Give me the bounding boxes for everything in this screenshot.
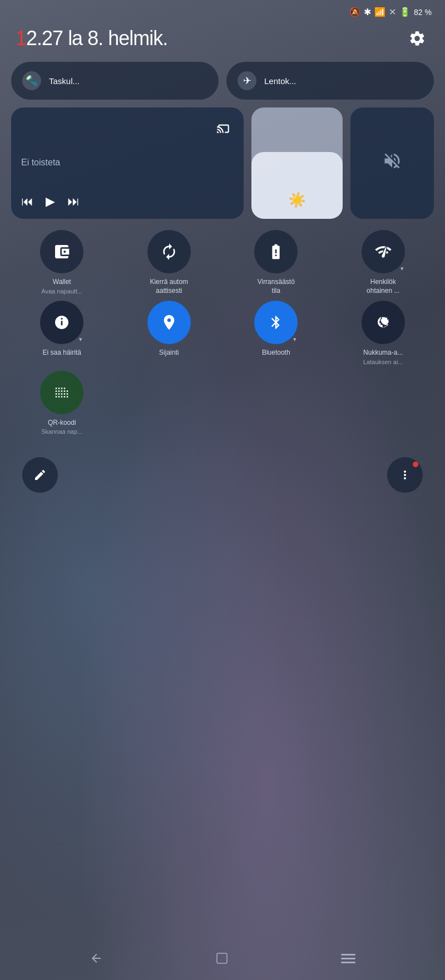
sleep-sublabel: Latauksen ai...	[363, 359, 403, 365]
qrcode-label: QR-koodi	[48, 419, 76, 428]
media-card[interactable]: Ei toisteta ⏮ ▶ ⏭	[11, 107, 244, 219]
airplane-tile[interactable]: ✈ Lentok...	[226, 62, 434, 100]
status-bar: 🔕 ✱ 📶 ✕ 🔋 82 %	[0, 0, 445, 22]
personal-circle: ▾	[362, 230, 405, 273]
brightness-icon: ☀️	[288, 192, 306, 209]
nav-bar	[0, 940, 445, 980]
volume-mute-icon	[382, 151, 402, 175]
location-tile[interactable]: Sijainti	[118, 301, 220, 365]
location-circle	[147, 301, 191, 344]
wallet-tile[interactable]: Wallet Avaa napautt...	[11, 230, 113, 295]
bell-slash-icon: 🔕	[349, 7, 360, 17]
personal-label: Henkilök ohtainen ...	[361, 278, 406, 295]
bluetooth-tile[interactable]: ▾ Bluetooth	[225, 301, 327, 365]
svg-rect-1	[341, 954, 355, 955]
dnd-circle: ▾	[40, 301, 83, 344]
airplane-label: Lentok...	[264, 76, 296, 86]
not-playing-text: Ei toisteta	[21, 158, 234, 168]
personal-tile[interactable]: ▾ Henkilök ohtainen ...	[333, 230, 434, 295]
tile-grid-1: Wallet Avaa napautt... Kierrä autom aatt…	[0, 230, 445, 295]
bluetooth-circle: ▾	[254, 301, 298, 344]
more-options-button[interactable]	[387, 457, 423, 493]
recent-apps-button[interactable]	[335, 947, 361, 973]
bluetooth-label: Bluetooth	[262, 349, 290, 357]
brightness-card[interactable]: ☀️	[251, 107, 343, 219]
media-row: Ei toisteta ⏮ ▶ ⏭ ☀️	[0, 107, 445, 219]
dnd-tile[interactable]: ▾ Ei saa häiritä	[11, 301, 113, 365]
rotate-tile[interactable]: Kierrä autom aattisesti	[118, 230, 220, 295]
flashlight-label: Taskul...	[49, 76, 80, 86]
home-button[interactable]	[210, 946, 234, 974]
flashlight-icon: 🔦	[22, 71, 41, 90]
tile-grid-2: ▾ Ei saa häiritä Sijainti ▾ Bluetooth Nu…	[0, 301, 445, 365]
quick-tiles-row: 🔦 Taskul... ✈ Lentok...	[0, 62, 445, 100]
dnd-chevron: ▾	[79, 336, 82, 343]
wallet-label: Wallet	[53, 278, 71, 287]
sleep-circle	[362, 301, 405, 344]
wallet-sublabel: Avaa napautt...	[41, 288, 82, 295]
bluetooth-chevron: ▾	[293, 336, 296, 343]
tile-grid-3: QR-koodi Skannaa nap...	[0, 371, 445, 435]
back-button[interactable]	[84, 946, 108, 974]
brightness-fill	[251, 152, 343, 219]
svg-rect-0	[217, 953, 227, 963]
next-button[interactable]: ⏭	[67, 194, 80, 209]
edit-button[interactable]	[22, 457, 58, 493]
notification-dot: 1	[16, 27, 26, 50]
wallet-circle	[40, 230, 83, 273]
bottom-action-bar	[0, 446, 445, 504]
flashlight-tile[interactable]: 🔦 Taskul...	[11, 62, 219, 100]
qrcode-circle	[40, 371, 83, 414]
play-button[interactable]: ▶	[46, 194, 55, 209]
notification-red-dot	[413, 462, 418, 467]
media-controls: ⏮ ▶ ⏭	[21, 194, 234, 209]
date-time-text: 12.27 la 8. helmik.	[16, 27, 167, 50]
dnd-label: Ei saa häiritä	[43, 349, 81, 357]
svg-rect-3	[341, 962, 355, 963]
qrcode-sublabel: Skannaa nap...	[41, 428, 82, 435]
sleep-label: Nukkuma-a...	[363, 349, 403, 357]
settings-button[interactable]	[405, 26, 429, 51]
cast-icon	[214, 117, 234, 138]
personal-chevron: ▾	[400, 265, 404, 272]
battery-saver-tile[interactable]: Virransäästö tila	[225, 230, 327, 295]
airplane-icon: ✈	[238, 71, 256, 90]
battery-saver-label: Virransäästö tila	[254, 278, 298, 295]
battery-percentage: 82 %	[414, 8, 432, 17]
wifi-icon: 📶	[374, 7, 385, 17]
rotate-circle	[147, 230, 191, 273]
qrcode-tile[interactable]: QR-koodi Skannaa nap...	[11, 371, 113, 435]
mute-card[interactable]	[350, 107, 434, 219]
sim-icon: ✕	[389, 7, 396, 17]
bluetooth-icon: ✱	[364, 7, 371, 17]
rotate-label: Kierrä autom aattisesti	[147, 278, 191, 295]
prev-button[interactable]: ⏮	[21, 194, 33, 209]
date-row: 12.27 la 8. helmik.	[0, 22, 445, 62]
battery-icon: 🔋	[399, 7, 411, 17]
status-icons: 🔕 ✱ 📶 ✕ 🔋 82 %	[349, 7, 432, 17]
location-label: Sijainti	[159, 349, 179, 357]
sleep-tile[interactable]: Nukkuma-a... Latauksen ai...	[333, 301, 434, 365]
svg-rect-2	[341, 958, 355, 959]
battery-saver-circle	[254, 230, 298, 273]
